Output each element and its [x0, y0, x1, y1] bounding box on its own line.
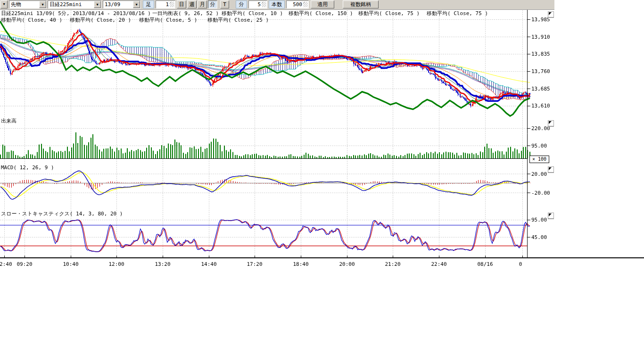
time-tick-label: 12:00	[108, 262, 124, 267]
contract-select[interactable]: 13/09 ▼	[103, 0, 140, 8]
pane-collapse-button[interactable]	[548, 166, 554, 173]
corner-arrow-icon	[549, 167, 552, 170]
time-tick-label: 08/16	[477, 262, 493, 267]
volume-pane-label: 出来高	[1, 118, 17, 124]
time-tick-label: 09:20	[17, 262, 32, 267]
bar-count-value: 500	[293, 1, 302, 8]
macd-tick-label: -20.00	[531, 190, 550, 196]
time-tick-label: 18:40	[293, 262, 308, 267]
chart-canvas[interactable]	[0, 0, 644, 283]
time-tick-label: 10:40	[63, 262, 78, 267]
bar-count-label: 本数	[269, 0, 285, 8]
legend-item: 日経225mini 13/09( 5分, 2013/08/14 - 2013/0…	[1, 11, 151, 16]
volume-multiplier-badge: × 100	[529, 156, 549, 163]
daily-button[interactable]: 日	[177, 0, 186, 8]
market-select[interactable]: 先物 ▼	[9, 0, 47, 8]
market-select-value: 先物	[11, 1, 21, 8]
legend-item: 移動平均( Close, 5 )	[139, 17, 197, 23]
time-tick-label: 0	[519, 262, 522, 267]
time-tick-label: 17:20	[247, 262, 262, 267]
stoch-tick-label: 45.00	[531, 235, 547, 240]
price-tick-label: 13,910	[531, 34, 550, 40]
tick-button[interactable]: T	[220, 0, 229, 8]
legend-item: 移動平均( Close, 150 )	[289, 11, 353, 16]
toolbar: ▼ 先物 ▼ 日経225mini ▼ 13/09 ▼ 足 1 日 週 月 分 T…	[0, 0, 554, 10]
macd-tick-label: 20.00	[531, 172, 547, 177]
macd-pane-label: MACD( 12, 26, 9 )	[1, 165, 54, 171]
spinner-grip-icon[interactable]	[303, 2, 308, 7]
legend-item: 移動平均( Close, 25 )	[207, 17, 269, 23]
legend-item: 移動平均( Close, 40 )	[1, 17, 62, 23]
apply-button[interactable]: 適用	[311, 0, 334, 8]
monthly-button[interactable]: 月	[198, 0, 207, 8]
minute-interval-stepper[interactable]: 5	[248, 0, 267, 8]
spinner-grip-icon[interactable]	[262, 2, 266, 7]
minute-interval-label: 分	[236, 0, 247, 8]
window-menu-button[interactable]: ▼	[0, 0, 8, 8]
stoch-tick-label: 95.00	[531, 217, 547, 222]
time-tick-label: 13:20	[155, 262, 170, 267]
legend-item: 一目均衡表( 9, 26, 52 )	[152, 11, 219, 16]
contract-select-value: 13/09	[105, 1, 120, 8]
price-tick-label: 13,985	[531, 17, 550, 22]
bar-interval-value: 1	[165, 1, 169, 8]
pane-collapse-button[interactable]	[548, 11, 554, 18]
volume-tick-label: 220.00	[531, 126, 550, 131]
spinner-grip-icon[interactable]	[170, 2, 174, 7]
corner-arrow-icon	[549, 214, 552, 216]
chevron-down-icon[interactable]: ▼	[133, 1, 140, 8]
multi-symbol-button[interactable]: 複数銘柄	[343, 0, 379, 8]
time-tick-label: 14:40	[201, 262, 216, 267]
legend-item: 移動平均( Close, 10 )	[222, 11, 283, 16]
pane-collapse-button[interactable]	[548, 213, 554, 219]
bar-count-stepper[interactable]: 500	[286, 0, 309, 8]
price-tick-label: 13,685	[531, 86, 550, 91]
weekly-button[interactable]: 週	[187, 0, 197, 8]
time-tick-label: 02:40	[0, 262, 12, 267]
chevron-down-icon: ▼	[1, 1, 7, 8]
time-tick-label: 21:20	[385, 262, 400, 267]
corner-arrow-icon	[549, 12, 552, 15]
volume-tick-label: 95.00	[531, 143, 547, 148]
legend-item: 移動平均( Close, 20 )	[70, 17, 131, 23]
price-tick-label: 13,610	[531, 103, 550, 108]
trading-app-window: { "toolbar": { "window_dropdown": "▼", "…	[0, 0, 644, 362]
time-tick-label: 22:40	[431, 262, 446, 267]
pane-collapse-button[interactable]	[548, 120, 554, 127]
price-tick-label: 13,835	[531, 51, 550, 57]
symbol-select-value: 日経225mini	[50, 1, 82, 8]
chevron-down-icon[interactable]: ▼	[39, 1, 46, 8]
legend-item: 移動平均( Close, 75 )	[427, 11, 488, 16]
bar-interval-stepper[interactable]: 1	[156, 0, 175, 8]
chevron-down-icon[interactable]: ▼	[94, 1, 101, 8]
corner-arrow-icon	[549, 121, 552, 124]
time-tick-label: 20:00	[339, 262, 355, 267]
price-tick-label: 13,760	[531, 69, 550, 74]
stochastics-pane-label: スロー・ストキャスティクス( 14, 3, 80, 20 )	[1, 211, 123, 217]
symbol-select[interactable]: 日経225mini ▼	[48, 0, 101, 8]
minute-interval-value: 5	[257, 1, 261, 8]
bar-type-label: 足	[143, 0, 154, 8]
legend-item: 移動平均( Close, 75 )	[358, 11, 420, 16]
minute-button[interactable]: 分	[208, 0, 217, 8]
